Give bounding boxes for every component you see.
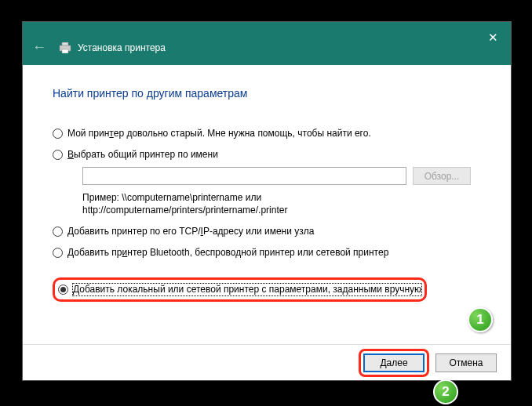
- option-shared-printer[interactable]: Выбрать общий принтер по имени: [53, 147, 481, 162]
- annotation-badge-1: 1: [468, 307, 493, 332]
- highlight-next-button: Далее: [359, 349, 429, 377]
- page-heading: Найти принтер по другим параметрам: [53, 87, 481, 100]
- close-button[interactable]: ✕: [479, 27, 506, 49]
- close-icon: ✕: [488, 31, 498, 45]
- svg-rect-0: [62, 42, 68, 45]
- label-bluetooth: Добавить принтер Bluetooth, беспроводной…: [67, 247, 388, 259]
- printer-icon: [59, 42, 71, 53]
- radio-shared-printer[interactable]: [53, 150, 63, 160]
- option-tcpip[interactable]: Добавить принтер по его TCP/IP-адресу ил…: [53, 224, 481, 239]
- browse-button: Обзор...: [413, 167, 471, 185]
- option-bluetooth[interactable]: Добавить принтер Bluetooth, беспроводной…: [53, 245, 481, 260]
- annotation-badge-2: 2: [433, 379, 458, 404]
- dialog-content: Найти принтер по другим параметрам Мой п…: [23, 65, 511, 344]
- next-button[interactable]: Далее: [363, 353, 425, 372]
- arrow-left-icon: ←: [32, 39, 46, 55]
- dialog-title: Установка принтера: [78, 42, 166, 53]
- dialog-window: ✕ ← Установка принтера Найти принтер по …: [22, 21, 512, 381]
- hint-line-1: Пример: \\computername\printername или: [82, 191, 481, 204]
- radio-bluetooth[interactable]: [53, 248, 63, 258]
- radio-manual[interactable]: [58, 285, 68, 295]
- svg-rect-2: [62, 49, 68, 53]
- dialog-footer: Далее Отмена: [23, 344, 511, 380]
- shared-name-input[interactable]: [82, 167, 406, 185]
- highlight-manual-option: Добавить локальный или сетевой принтер с…: [53, 277, 427, 302]
- dialog-header: ✕ ← Установка принтера: [23, 22, 511, 65]
- label-shared-printer: Выбрать общий принтер по имени: [67, 149, 218, 161]
- hint-line-2: http://computername/printers/printername…: [82, 204, 481, 216]
- radio-tcpip[interactable]: [53, 227, 63, 237]
- label-manual: Добавить локальный или сетевой принтер с…: [73, 284, 421, 295]
- label-tcpip: Добавить принтер по его TCP/IP-адресу ил…: [67, 226, 314, 237]
- back-button[interactable]: ←: [32, 39, 46, 56]
- cancel-button[interactable]: Отмена: [435, 353, 497, 372]
- radio-old-printer[interactable]: [53, 129, 63, 139]
- shared-name-block: Обзор... Пример: \\computername\printern…: [82, 167, 481, 216]
- option-old-printer[interactable]: Мой принтер довольно старый. Мне нужна п…: [53, 126, 481, 141]
- option-manual[interactable]: Добавить локальный или сетевой принтер с…: [58, 282, 421, 297]
- label-old-printer: Мой принтер довольно старый. Мне нужна п…: [67, 128, 371, 140]
